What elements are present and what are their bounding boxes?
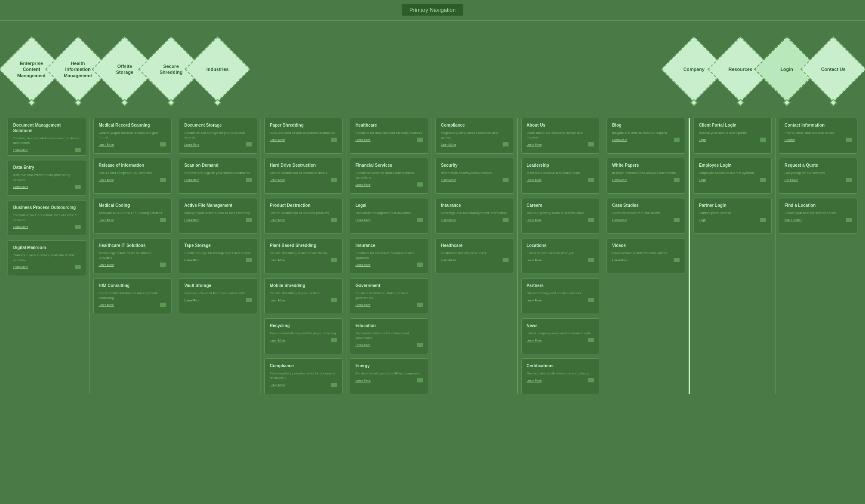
card-him-2-link[interactable]: Learn More: [99, 179, 114, 182]
card-res-2[interactable]: White Papers In-depth research and analy…: [607, 158, 685, 194]
card-him-5[interactable]: HIM Consulting Expert health information…: [93, 278, 172, 314]
card-res-3-link[interactable]: Learn More: [612, 219, 627, 222]
card-bl-4-link[interactable]: Learn More: [441, 259, 456, 262]
card-ind-7[interactable]: Energy Services for oil, gas and utiliti…: [350, 358, 428, 394]
card-bl-1[interactable]: Compliance Regulatory compliance resourc…: [435, 118, 514, 154]
nav-item-enterprise-content[interactable]: EnterpriseContentManagement: [8, 46, 55, 105]
nav-item-resources[interactable]: Resources: [717, 46, 764, 105]
card-bl-1-link[interactable]: Learn More: [441, 143, 456, 146]
card-ecm-1-link[interactable]: Learn More: [13, 149, 28, 152]
card-co-5[interactable]: Partners Our technology and service part…: [521, 278, 600, 314]
card-bl-2-link[interactable]: Learn More: [441, 179, 456, 182]
card-ss-7[interactable]: Compliance Meet regulatory requirements …: [264, 358, 343, 394]
card-os-1-link[interactable]: Learn More: [184, 143, 199, 146]
nav-diamond-contact-us[interactable]: Contact Us: [800, 36, 865, 102]
card-log-1-link[interactable]: Login: [699, 138, 706, 141]
card-bl-3-link[interactable]: Learn More: [441, 219, 456, 222]
card-os-3[interactable]: Active File Management Manage your activ…: [179, 198, 257, 234]
card-res-4-link[interactable]: Learn More: [612, 259, 627, 262]
card-ind-6-link[interactable]: Learn More: [355, 344, 370, 347]
card-ind-1[interactable]: Healthcare Solutions for hospitals and m…: [350, 118, 428, 154]
card-co-7-link[interactable]: Learn More: [527, 379, 542, 382]
card-ct-1-link[interactable]: Contact: [784, 138, 794, 141]
card-os-5[interactable]: Vault Storage High-security vault for cr…: [179, 278, 257, 314]
card-ct-2-link[interactable]: Get Quote: [784, 179, 798, 182]
card-ind-3[interactable]: Legal Document management for law firms …: [350, 198, 428, 234]
card-os-5-link[interactable]: Learn More: [184, 299, 199, 302]
card-log-3[interactable]: Partner Login Partner portal access Logi…: [694, 198, 772, 234]
card-ind-2[interactable]: Financial Services Secure services for b…: [350, 158, 428, 194]
card-res-3[interactable]: Case Studies Success stories from our cl…: [607, 198, 685, 234]
card-ecm-4[interactable]: Digital Mailroom Transform your incoming…: [8, 240, 86, 276]
card-ind-5-link[interactable]: Learn More: [355, 303, 370, 306]
card-ind-6[interactable]: Education Document solutions for schools…: [350, 318, 428, 354]
card-ss-5-link[interactable]: Learn More: [270, 299, 285, 302]
card-log-2-link[interactable]: Login: [699, 179, 706, 182]
card-co-4[interactable]: Locations Find a service location near y…: [521, 238, 600, 274]
card-res-1-link[interactable]: Learn More: [612, 138, 627, 141]
card-ecm-2-link[interactable]: Learn More: [13, 185, 28, 188]
nav-item-health-info[interactable]: HealthInformationManagement: [55, 46, 101, 105]
card-co-3[interactable]: Careers Join our growing team of profess…: [521, 198, 600, 234]
card-ss-1[interactable]: Paper Shredding NAID-certified secure do…: [264, 118, 343, 154]
card-ss-7-link[interactable]: Learn More: [270, 384, 285, 387]
nav-diamond-industries[interactable]: Industries: [185, 36, 250, 102]
card-os-2[interactable]: Scan on Demand Retrieve and digitize you…: [179, 158, 257, 194]
card-ind-3-link[interactable]: Learn More: [355, 219, 370, 222]
primary-nav-button[interactable]: Primary Navigation: [402, 4, 463, 16]
card-ss-2-link[interactable]: Learn More: [270, 179, 285, 182]
card-co-5-link[interactable]: Learn More: [527, 299, 542, 302]
card-co-1[interactable]: About Us Learn about our company history…: [521, 118, 600, 154]
card-log-2[interactable]: Employee Login Employee access to intern…: [694, 158, 772, 194]
card-ecm-3-link[interactable]: Learn More: [13, 225, 28, 228]
card-ss-3[interactable]: Product Destruction Secure destruction o…: [264, 198, 343, 234]
card-him-2[interactable]: Release of Information Secure and compli…: [93, 158, 172, 194]
card-log-3-link[interactable]: Login: [699, 219, 706, 222]
card-bl-3[interactable]: Insurance Coverage and risk management i…: [435, 198, 514, 234]
card-res-1[interactable]: Blog Insights and articles from our expe…: [607, 118, 685, 154]
card-bl-2[interactable]: Security Information security best pract…: [435, 158, 514, 194]
card-ind-7-link[interactable]: Learn More: [355, 379, 370, 382]
nav-item-offsite-storage[interactable]: OffsiteStorage: [101, 46, 148, 105]
card-co-2-link[interactable]: Learn More: [527, 179, 542, 182]
card-him-4[interactable]: Healthcare IT Solutions Technology solut…: [93, 238, 172, 274]
card-ind-4-link[interactable]: Learn More: [355, 263, 370, 266]
card-co-2[interactable]: Leadership Meet our executive leadership…: [521, 158, 600, 194]
card-ss-6-link[interactable]: Learn More: [270, 339, 285, 342]
card-ss-5[interactable]: Mobile Shredding On-site shredding at yo…: [264, 278, 343, 314]
card-ecm-4-link[interactable]: Learn More: [13, 266, 28, 268]
card-ind-5[interactable]: Government Services for federal, state a…: [350, 278, 428, 314]
nav-item-contact-us[interactable]: Contact Us: [810, 46, 857, 105]
card-os-3-link[interactable]: Learn More: [184, 219, 199, 222]
card-co-7[interactable]: Certifications Our industry certificatio…: [521, 358, 600, 394]
card-co-3-link[interactable]: Learn More: [527, 219, 542, 222]
card-ss-2[interactable]: Hard Drive Destruction Secure destructio…: [264, 158, 343, 194]
card-him-3-link[interactable]: Learn More: [99, 219, 114, 222]
card-os-4[interactable]: Tape Storage Secure storage for backup t…: [179, 238, 257, 274]
card-ct-2[interactable]: Request a Quote Get pricing for our serv…: [779, 158, 857, 194]
card-ss-1-link[interactable]: Learn More: [270, 138, 285, 141]
card-os-1[interactable]: Document Storage Secure off-site storage…: [179, 118, 257, 154]
card-log-1[interactable]: Client Portal Login Access your secure c…: [694, 118, 772, 154]
card-ecm-3[interactable]: Business Process Outsourcing Streamline …: [8, 200, 86, 236]
card-ind-4[interactable]: Insurance Solutions for insurance compan…: [350, 238, 428, 274]
card-co-6-link[interactable]: Learn More: [527, 339, 542, 342]
card-os-2-link[interactable]: Learn More: [184, 179, 199, 182]
card-ct-3-link[interactable]: Find Location: [784, 219, 802, 222]
card-ss-4[interactable]: Plant-Based Shredding On-site shredding …: [264, 238, 343, 274]
card-ind-1-link[interactable]: Learn More: [355, 138, 370, 141]
card-ecm-2[interactable]: Data Entry Accurate and efficient data p…: [8, 160, 86, 196]
card-ct-3[interactable]: Find a Location Locate your nearest serv…: [779, 198, 857, 234]
card-co-1-link[interactable]: Learn More: [527, 143, 542, 146]
nav-item-company[interactable]: Company: [671, 46, 717, 105]
card-ss-6[interactable]: Recycling Environmentally responsible pa…: [264, 318, 343, 354]
nav-item-login[interactable]: Login: [764, 46, 810, 105]
card-ind-2-link[interactable]: Learn More: [355, 183, 370, 186]
nav-item-secure-shredding[interactable]: SecureShredding: [148, 46, 194, 105]
card-ecm-1[interactable]: Document Management Solutions Capture, m…: [8, 118, 86, 156]
card-os-4-link[interactable]: Learn More: [184, 259, 199, 262]
card-him-3[interactable]: Medical Coding Accurate ICD-10 and CPT c…: [93, 198, 172, 234]
card-him-1[interactable]: Medical Record Scanning Convert paper me…: [93, 118, 172, 154]
card-co-6[interactable]: News Latest company news and announcemen…: [521, 318, 600, 354]
nav-item-industries[interactable]: Industries: [194, 46, 241, 105]
